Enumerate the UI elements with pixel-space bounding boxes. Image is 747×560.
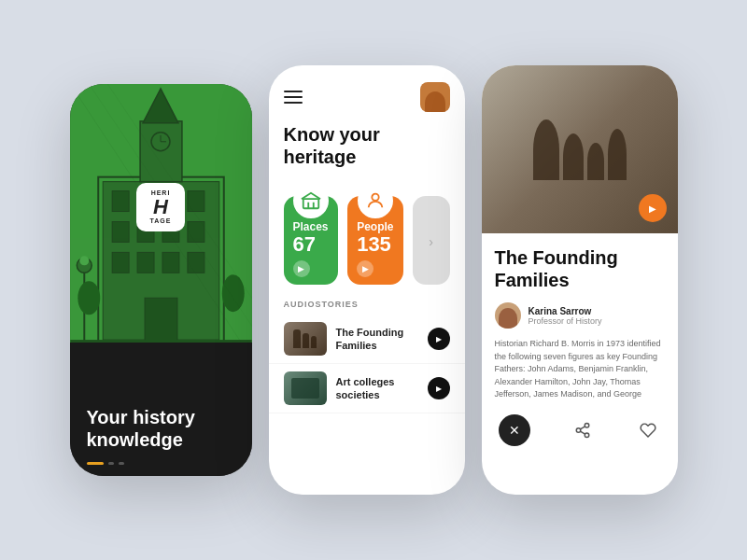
dot-2[interactable] bbox=[108, 462, 114, 465]
audio-title-1: The Founding Families bbox=[336, 326, 418, 353]
like-button[interactable] bbox=[635, 417, 661, 443]
phone2-header bbox=[269, 65, 465, 119]
pagination-dots bbox=[87, 462, 235, 465]
phone-screen-3: ▶ The Founding Families Karina Sarrow Pr… bbox=[482, 65, 678, 495]
svg-rect-30 bbox=[303, 199, 319, 208]
people-icon bbox=[358, 183, 393, 218]
svg-point-26 bbox=[221, 274, 244, 312]
svg-rect-15 bbox=[187, 221, 204, 242]
audio-play-1[interactable]: ▶ bbox=[428, 328, 450, 350]
share-button[interactable] bbox=[570, 417, 596, 443]
svg-point-23 bbox=[79, 256, 89, 265]
author-name: Karina Sarrow bbox=[529, 306, 602, 316]
building-illustration: HERI H TAGE bbox=[70, 84, 252, 358]
figure-1 bbox=[533, 119, 559, 180]
svg-rect-19 bbox=[187, 252, 204, 273]
audio-thumb-families bbox=[284, 322, 327, 356]
places-count: 67 bbox=[293, 234, 330, 255]
svg-line-38 bbox=[580, 426, 585, 428]
phone1-title: Your history knowledge bbox=[87, 406, 235, 451]
people-label: People bbox=[357, 220, 393, 233]
avatar-silhouette bbox=[425, 91, 445, 112]
audiostories-label: AUDIOSTORIES bbox=[269, 300, 465, 315]
family-silhouette bbox=[533, 119, 627, 180]
audio-info-2: Art colleges societies bbox=[336, 375, 418, 402]
phone3-content: The Founding Families Karina Sarrow Prof… bbox=[482, 233, 678, 455]
svg-rect-20 bbox=[145, 298, 177, 344]
author-role: Professor of History bbox=[529, 316, 602, 326]
audio-play-2[interactable]: ▶ bbox=[428, 377, 450, 399]
audio-thumb-art bbox=[284, 371, 327, 405]
phone3-actions: ✕ bbox=[495, 414, 665, 446]
svg-rect-16 bbox=[112, 252, 129, 273]
user-avatar[interactable] bbox=[420, 82, 450, 112]
people-arrow[interactable]: ▶ bbox=[357, 260, 374, 277]
svg-point-33 bbox=[372, 194, 378, 201]
audio-title-2: Art colleges societies bbox=[336, 375, 418, 402]
image-play-button[interactable]: ▶ bbox=[639, 194, 667, 222]
author-avatar-fill bbox=[499, 308, 517, 329]
phone3-description: Historian Richard B. Morris in 1973 iden… bbox=[495, 338, 665, 401]
places-card[interactable]: Places 67 ▶ bbox=[284, 196, 339, 285]
svg-point-36 bbox=[585, 433, 589, 438]
phone2-title: Know your heritage bbox=[269, 119, 465, 179]
svg-line-37 bbox=[580, 431, 585, 434]
author-row: Karina Sarrow Professor of History bbox=[495, 302, 665, 329]
logo-bottom: TAGE bbox=[150, 217, 172, 225]
menu-icon[interactable] bbox=[284, 87, 303, 107]
svg-point-25 bbox=[78, 281, 100, 315]
dot-3[interactable] bbox=[119, 462, 124, 465]
audio-item-1[interactable]: The Founding Families ▶ bbox=[269, 315, 465, 364]
svg-point-34 bbox=[585, 423, 589, 427]
author-info: Karina Sarrow Professor of History bbox=[529, 306, 602, 326]
phone3-title: The Founding Families bbox=[495, 246, 665, 291]
logo-h: H bbox=[153, 197, 168, 217]
people-card[interactable]: People 135 ▶ bbox=[347, 196, 402, 285]
author-avatar bbox=[495, 302, 521, 329]
phone1-bottom: Your history knowledge bbox=[70, 343, 252, 476]
close-button[interactable]: ✕ bbox=[499, 414, 530, 446]
audio-info-1: The Founding Families bbox=[336, 326, 418, 353]
places-icon bbox=[293, 183, 329, 218]
svg-point-35 bbox=[576, 427, 581, 432]
phone-screen-2: Know your heritage Places 67 ▶ bbox=[269, 65, 465, 495]
figure-2 bbox=[563, 133, 584, 180]
phone-screen-1: HERI H TAGE Your history knowledge bbox=[70, 84, 252, 476]
places-arrow[interactable]: ▶ bbox=[293, 260, 310, 277]
svg-rect-8 bbox=[112, 191, 129, 212]
svg-rect-12 bbox=[112, 221, 129, 242]
svg-rect-18 bbox=[162, 252, 178, 273]
category-cards: Places 67 ▶ People 135 ▶ › bbox=[269, 196, 465, 285]
figure-3 bbox=[587, 143, 604, 180]
people-count: 135 bbox=[357, 234, 393, 255]
app-logo: HERI H TAGE bbox=[136, 183, 185, 231]
founding-families-image: ▶ bbox=[482, 65, 678, 233]
svg-rect-17 bbox=[137, 252, 154, 273]
places-label: Places bbox=[293, 220, 330, 233]
figure-4 bbox=[608, 129, 627, 180]
svg-rect-11 bbox=[187, 191, 204, 212]
dot-1[interactable] bbox=[87, 462, 104, 465]
more-card[interactable]: › bbox=[413, 196, 450, 285]
audio-item-2[interactable]: Art colleges societies ▶ bbox=[269, 364, 465, 413]
